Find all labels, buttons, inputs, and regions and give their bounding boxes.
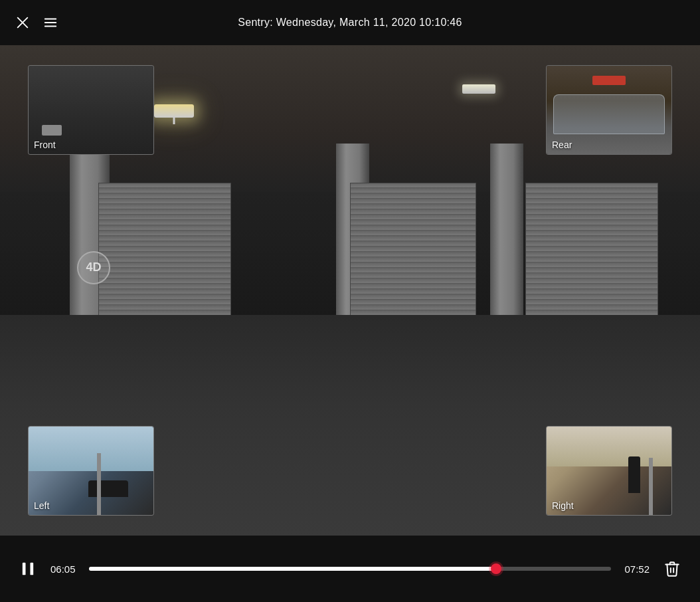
menu-button[interactable] [41,13,60,32]
header-bar: Sentry: Wednesday, March 11, 2020 10:10:… [0,0,700,45]
main-scene: 4D Front Rear Left [0,45,700,536]
front-cam-icon [42,125,62,136]
progress-thumb [491,563,501,574]
right-label: Right [552,500,574,511]
left-camera-thumbnail[interactable]: Left [28,426,154,516]
shutter-right [525,183,658,330]
video-title: Sentry: Wednesday, March 11, 2020 10:10:… [238,17,462,29]
left-label: Left [34,500,49,511]
section-badge: 4D [77,251,110,284]
shutter-center [350,183,476,330]
main-video-area: 4D Front Rear Left [0,45,700,536]
rear-logo [592,76,626,85]
rear-camera-thumbnail[interactable]: Rear [546,65,672,155]
front-camera-thumbnail[interactable]: Front [28,65,154,155]
delete-button[interactable] [660,557,684,581]
right-person [628,456,640,493]
right-pole [649,458,653,515]
rear-windshield [553,94,665,134]
svg-rect-6 [31,563,34,575]
left-pole [97,453,101,515]
right-camera-thumbnail[interactable]: Right [546,426,672,516]
current-time-display: 06:05 [50,563,78,575]
ceiling-light-left [154,104,194,118]
close-button[interactable] [13,13,32,32]
rear-label: Rear [552,140,572,150]
left-car [88,480,128,497]
front-label: Front [34,140,56,150]
play-pause-button[interactable] [16,557,40,581]
shutter-left [98,183,231,330]
progress-fill [89,567,496,571]
total-time-display: 07:52 [622,563,650,575]
svg-rect-5 [23,563,26,575]
ceiling-light-right [462,84,495,94]
progress-bar[interactable] [89,567,611,571]
playback-controls: 06:05 07:52 [0,536,700,602]
left-sky [29,427,153,471]
